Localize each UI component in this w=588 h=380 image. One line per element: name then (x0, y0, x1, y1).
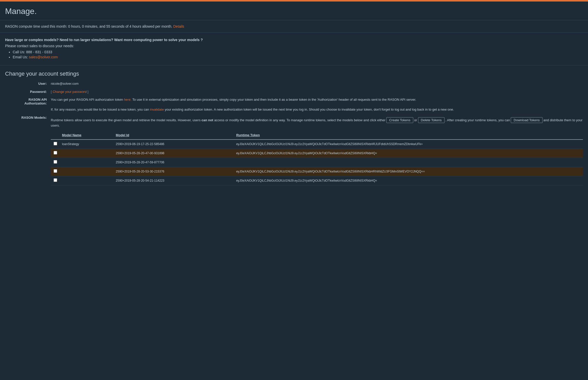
col-runtime-token: Runtime Token (234, 131, 583, 140)
email-link[interactable]: sales@solver.com (29, 55, 58, 59)
table-row: loanStrategy2590+2019-06-19-17-25-22-585… (51, 140, 583, 149)
token-cell: eyJ0eXAiOiJKV1QiLCJhbGciOiJIUzI1NiJ9.eyJ… (234, 167, 583, 176)
row-checkbox-cell[interactable] (51, 167, 60, 176)
table-row: 2590+2019-05-28-20-47-00-931898eyJ0eXAiO… (51, 149, 583, 158)
models-label: RASON Models: (5, 115, 51, 119)
model-id-cell: 2590+2019-06-19-17-25-22-585486 (114, 140, 234, 149)
api-row: RASON API Authorization: You can get you… (5, 97, 583, 112)
invalidate-link[interactable]: invalidate (150, 108, 164, 111)
row-checkbox[interactable] (54, 142, 57, 145)
table-row: 2590+2019-05-28-20-47-59-877706 (51, 158, 583, 167)
token-cell: eyJ0eXAiOiJKV1QiLCJhbGciOiJIUzI1NiJ9.eyJ… (234, 140, 583, 149)
col-model-name: Model Name (60, 131, 114, 140)
models-description: Runtime tokens allow users to execute th… (51, 117, 583, 128)
col-checkbox (51, 131, 60, 140)
row-checkbox-cell[interactable] (51, 176, 60, 185)
compute-section: RASON compute time used this month: 0 ho… (0, 20, 588, 33)
password-label: Password: (5, 89, 51, 94)
model-name-cell (60, 149, 114, 158)
model-id-cell: 2590+2019-05-28-20-53-30-215376 (114, 167, 234, 176)
list-item: Call Us: 888 - 831 - 0333 (13, 50, 583, 54)
models-table: Model Name Model Id Runtime Token loanSt… (51, 131, 583, 185)
settings-table: User: nicole@solver.com Password: [ Chan… (5, 81, 583, 185)
account-section-title: Change your account settings (5, 71, 583, 77)
token-cell: eyJ0eXAiOiJKV1QiLCJhbGciOiJIUzI1NiJ9.eyJ… (234, 176, 583, 185)
col-model-id: Model Id (114, 131, 234, 140)
upsell-list: Call Us: 888 - 831 - 0333 Email Us: sale… (5, 50, 583, 59)
upsell-section: Have large or complex models? Need to ru… (0, 33, 588, 65)
token-cell (234, 158, 583, 167)
table-row: 2590+2019-05-28-20-54-21-114223eyJ0eXAiO… (51, 176, 583, 185)
model-name-cell (60, 158, 114, 167)
password-value: [ Change your password ] (51, 89, 583, 94)
page-title: Manage. (0, 2, 588, 20)
api-label: RASON API Authorization: (5, 97, 51, 105)
user-label: User: (5, 81, 51, 85)
details-link[interactable]: Details (173, 24, 184, 28)
compute-text: RASON compute time used this month: 0 ho… (5, 24, 184, 28)
delete-tokens-button[interactable]: Delete Tokens (418, 117, 444, 123)
row-checkbox-cell[interactable] (51, 140, 60, 149)
download-tokens-button[interactable]: Download Tokens (511, 117, 542, 123)
user-row: User: nicole@solver.com (5, 81, 583, 86)
row-checkbox-cell[interactable] (51, 158, 60, 167)
row-checkbox[interactable] (54, 178, 57, 182)
api-here-link[interactable]: here. (124, 98, 132, 101)
row-checkbox-cell[interactable] (51, 149, 60, 158)
models-row: RASON Models: Runtime tokens allow users… (5, 115, 583, 185)
model-id-cell: 2590+2019-05-28-20-47-00-931898 (114, 149, 234, 158)
table-header-row: Model Name Model Id Runtime Token (51, 131, 583, 140)
model-name-cell (60, 176, 114, 185)
upsell-title: Have large or complex models? Need to ru… (5, 38, 583, 42)
upsell-contact: Please contact sales to discuss your nee… (5, 44, 583, 48)
password-row: Password: [ Change your password ] (5, 89, 583, 94)
table-row: 2590+2019-05-28-20-53-30-215376eyJ0eXAiO… (51, 167, 583, 176)
row-checkbox[interactable] (54, 151, 57, 154)
model-id-cell: 2590+2019-05-28-20-54-21-114223 (114, 176, 234, 185)
api-value: You can get your RASON API authorization… (51, 97, 583, 112)
model-name-cell (60, 167, 114, 176)
row-checkbox[interactable] (54, 160, 57, 164)
model-id-cell: 2590+2019-05-28-20-47-59-877706 (114, 158, 234, 167)
row-checkbox[interactable] (54, 169, 57, 173)
list-item: Email Us: sales@solver.com (13, 55, 583, 59)
model-name-cell: loanStrategy (60, 140, 114, 149)
token-cell: eyJ0eXAiOiJKV1QiLCJhbGciOiJIUzI1NiJ9.eyJ… (234, 149, 583, 158)
create-tokens-button[interactable]: Create Tokens (386, 117, 413, 123)
user-value: nicole@solver.com (51, 81, 583, 86)
account-section: Change your account settings User: nicol… (0, 65, 588, 194)
models-value: Runtime tokens allow users to execute th… (51, 117, 583, 185)
change-password-link[interactable]: Change your password (53, 90, 87, 94)
